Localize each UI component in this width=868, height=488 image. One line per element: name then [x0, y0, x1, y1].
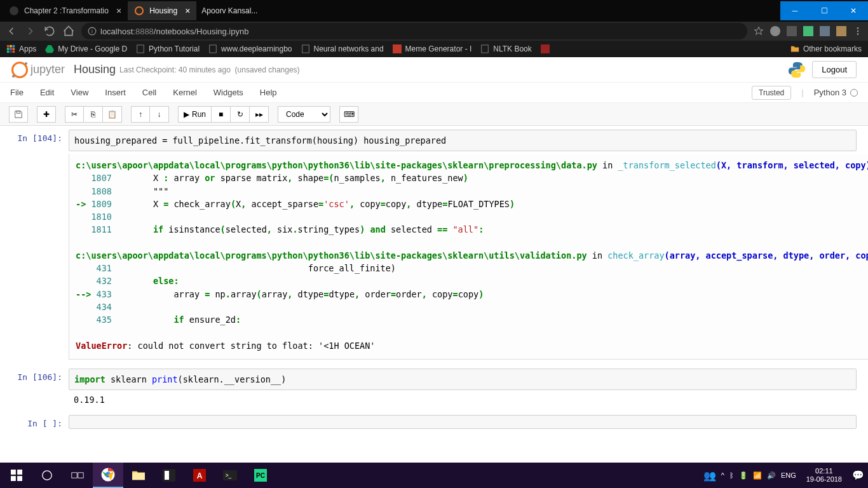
menu-cell[interactable]: Cell — [142, 88, 156, 97]
restart-button[interactable]: ↻ — [231, 106, 250, 123]
stop-button[interactable]: ■ — [212, 106, 231, 123]
bookmark-item[interactable]: Python Tutorial — [136, 44, 200, 53]
close-button[interactable]: ✕ — [839, 1, 868, 20]
svg-rect-10 — [7, 48, 10, 50]
close-icon[interactable]: × — [185, 6, 190, 16]
page-icon — [480, 44, 489, 53]
chrome-taskbar-icon[interactable] — [93, 463, 123, 488]
svg-point-5 — [857, 30, 859, 32]
forward-icon[interactable] — [24, 25, 37, 37]
wifi-icon[interactable]: 📶 — [753, 471, 762, 480]
copy-button[interactable]: ⎘ — [84, 106, 103, 123]
folder-icon — [790, 44, 799, 53]
task-view-button[interactable] — [62, 463, 93, 488]
browser-tab[interactable]: Chapter 2 :Transformatio × — [3, 1, 128, 20]
code-input[interactable]: import sklearn print(sklearn.__version__… — [69, 369, 857, 390]
cell-type-select[interactable]: Code — [278, 106, 330, 123]
other-bookmarks[interactable]: Other bookmarks — [790, 44, 862, 53]
bookmark-item[interactable]: NLTK Book — [480, 44, 531, 53]
notebook-area[interactable]: In [104]: housing_prepared = full_pipeli… — [0, 126, 868, 458]
input-prompt: In [ ]: — [11, 415, 69, 429]
maximize-button[interactable]: ☐ — [810, 1, 839, 20]
menu-view[interactable]: View — [71, 88, 88, 97]
code-input[interactable]: housing_prepared = full_pipeline.fit_tra… — [69, 130, 857, 151]
address-bar[interactable]: i localhost:8888/notebooks/Housing.ipynb — [81, 23, 747, 39]
extension-icon[interactable] — [820, 26, 830, 36]
extension-icon[interactable] — [836, 26, 846, 36]
language-indicator[interactable]: ENG — [781, 471, 796, 479]
svg-rect-9 — [13, 45, 15, 48]
extension-icons — [770, 26, 846, 36]
browser-chrome: Chapter 2 :Transformatio × Housing × Apo… — [0, 0, 868, 57]
notifications-icon[interactable]: 💬 — [852, 470, 864, 481]
window-controls: ─ ☐ ✕ — [780, 1, 868, 20]
back-icon[interactable] — [5, 25, 18, 37]
bookmark-item[interactable] — [541, 44, 550, 53]
people-icon[interactable]: 👥 — [703, 470, 716, 482]
kernel-indicator[interactable]: Python 3 — [814, 88, 858, 97]
save-button[interactable] — [9, 106, 28, 123]
volume-icon[interactable]: 🔊 — [767, 471, 776, 480]
menu-icon[interactable] — [853, 26, 863, 36]
move-down-button[interactable]: ↓ — [150, 106, 169, 123]
extension-icon[interactable] — [787, 26, 797, 36]
menu-help[interactable]: Help — [260, 88, 277, 97]
menu-file[interactable]: File — [10, 88, 24, 97]
paste-button[interactable]: 📋 — [103, 106, 122, 123]
menu-edit[interactable]: Edit — [40, 88, 54, 97]
code-cell[interactable]: In [ ]: — [11, 415, 857, 429]
svg-rect-20 — [482, 45, 489, 53]
jupyter-logo[interactable]: jupyter — [11, 62, 65, 78]
bookmark-item[interactable]: www.deeplearningbo — [208, 44, 292, 53]
apps-button[interactable]: Apps — [6, 44, 36, 53]
bluetooth-icon[interactable]: ᛒ — [729, 471, 734, 479]
extension-icon[interactable] — [803, 26, 813, 36]
bookmark-item[interactable]: Neural networks and — [301, 44, 384, 53]
trusted-badge[interactable]: Trusted — [752, 86, 791, 100]
browser-tab[interactable]: Housing × — [128, 1, 196, 20]
traceback-output[interactable]: c:\users\apoor\appdata\local\programs\py… — [69, 154, 868, 360]
acrobat-taskbar-icon[interactable]: A — [184, 463, 215, 488]
clock[interactable]: 02:11 19-06-2018 — [801, 467, 847, 484]
command-palette-button[interactable]: ⌨ — [339, 106, 358, 123]
address-bar-row: i localhost:8888/notebooks/Housing.ipynb — [0, 22, 868, 41]
apps-label: Apps — [19, 44, 36, 53]
close-icon[interactable]: × — [116, 6, 121, 16]
windows-taskbar: A >_ PC 👥 ^ ᛒ 🔋 📶 🔊 ENG 02:11 19-06-2018… — [0, 463, 868, 488]
bookmark-item[interactable]: My Drive - Google D — [45, 44, 127, 53]
menu-widgets[interactable]: Widgets — [214, 88, 243, 97]
github-icon — [9, 6, 19, 16]
logout-button[interactable]: Logout — [812, 61, 857, 78]
browser-user[interactable]: Apoorv Kansal... — [196, 6, 262, 15]
star-icon[interactable] — [754, 26, 764, 36]
app-taskbar-icon[interactable] — [154, 463, 184, 488]
code-cell[interactable]: In [104]: housing_prepared = full_pipeli… — [11, 130, 857, 151]
drive-icon — [45, 44, 54, 53]
home-icon[interactable] — [62, 25, 75, 37]
add-cell-button[interactable]: ✚ — [37, 106, 56, 123]
code-cell[interactable]: In [106]: import sklearn print(sklearn._… — [11, 369, 857, 409]
notebook-title[interactable]: Housing — [74, 63, 116, 76]
svg-rect-21 — [541, 44, 550, 53]
menu-insert[interactable]: Insert — [105, 88, 126, 97]
restart-run-all-button[interactable]: ▸▸ — [250, 106, 269, 123]
pycharm-taskbar-icon[interactable]: PC — [245, 463, 276, 488]
minimize-button[interactable]: ─ — [780, 1, 810, 20]
extension-icon[interactable] — [770, 26, 780, 36]
cortana-button[interactable] — [32, 463, 62, 488]
reload-icon[interactable] — [43, 25, 56, 37]
move-up-button[interactable]: ↑ — [131, 106, 150, 123]
start-button[interactable] — [1, 463, 32, 488]
cut-button[interactable]: ✂ — [65, 106, 84, 123]
explorer-taskbar-icon[interactable] — [123, 463, 154, 488]
tray-expand-icon[interactable]: ^ — [721, 471, 724, 479]
run-button[interactable]: ▶ Run — [178, 106, 212, 123]
terminal-taskbar-icon[interactable]: >_ — [215, 463, 245, 488]
bookmark-item[interactable]: Meme Generator - I — [393, 44, 472, 53]
battery-icon[interactable]: 🔋 — [739, 471, 748, 480]
code-input[interactable] — [69, 415, 857, 429]
svg-text:PC: PC — [256, 472, 265, 479]
svg-rect-23 — [11, 470, 16, 475]
svg-rect-19 — [393, 44, 402, 53]
menu-kernel[interactable]: Kernel — [173, 88, 197, 97]
